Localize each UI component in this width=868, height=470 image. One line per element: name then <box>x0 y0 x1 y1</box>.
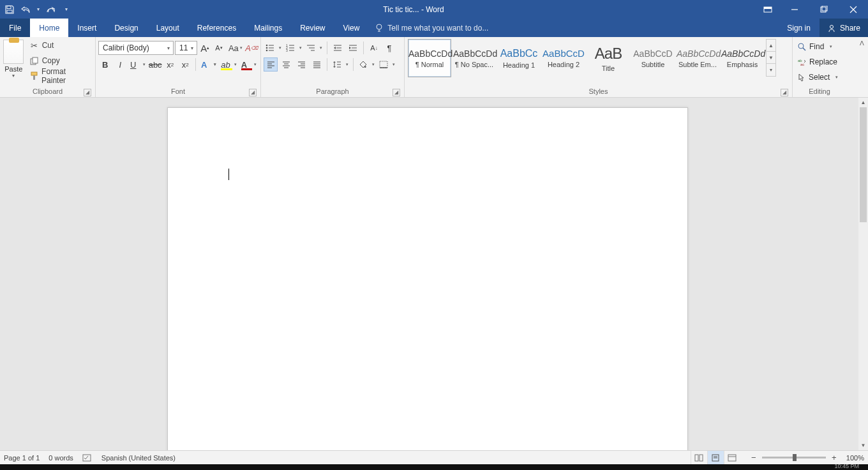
shading-button[interactable] <box>357 57 376 72</box>
align-right-button[interactable] <box>294 57 308 72</box>
language-indicator[interactable]: Spanish (United States) <box>101 454 176 462</box>
tab-view[interactable]: View <box>334 19 369 37</box>
format-painter-button[interactable]: Format Painter <box>27 69 93 83</box>
text-effects-button[interactable]: A <box>199 57 218 72</box>
copy-button[interactable]: Copy <box>27 54 93 68</box>
style-subtitle[interactable]: AaBbCcDSubtitle <box>631 39 675 77</box>
increase-indent-button[interactable] <box>346 41 360 55</box>
ribbon-display-options-button[interactable] <box>756 0 780 19</box>
multilevel-list-button[interactable] <box>304 41 324 55</box>
tab-insert[interactable]: Insert <box>68 19 105 37</box>
change-case-button[interactable]: Aa <box>227 41 244 55</box>
page-indicator[interactable]: Page 1 of 1 <box>4 454 40 462</box>
scroll-up-button[interactable]: ▲ <box>858 98 868 107</box>
superscript-button[interactable]: x2 <box>178 57 192 72</box>
tab-layout[interactable]: Layout <box>147 19 188 37</box>
style--no-spac-[interactable]: AaBbCcDd¶ No Spac... <box>453 39 496 77</box>
select-button[interactable]: Select▾ <box>795 70 841 84</box>
close-button[interactable] <box>839 0 868 19</box>
document-area[interactable] <box>0 98 858 450</box>
tab-review[interactable]: Review <box>291 19 334 37</box>
gallery-up-button[interactable]: ▲ <box>767 40 775 52</box>
styles-dialog-launcher[interactable]: ◢ <box>781 89 788 96</box>
svg-point-58 <box>798 43 804 49</box>
tab-references[interactable]: References <box>188 19 245 37</box>
tell-me-search[interactable]: Tell me what you want to do... <box>368 19 495 37</box>
word-count[interactable]: 0 words <box>49 454 73 462</box>
grow-font-button[interactable]: A▴ <box>198 41 211 55</box>
vertical-scrollbar[interactable]: ▲ ▼ <box>858 98 868 450</box>
tab-mailings[interactable]: Mailings <box>245 19 291 37</box>
justify-button[interactable] <box>310 57 324 72</box>
paste-button[interactable]: Paste ▾ <box>3 38 25 87</box>
document-page[interactable] <box>167 107 688 450</box>
zoom-slider[interactable] <box>762 457 826 459</box>
chevron-down-icon: ▾ <box>830 44 832 49</box>
group-editing: Find▾ abacReplace Select▾ Editing <box>793 37 846 97</box>
font-size-combo[interactable]: 11▾ <box>175 41 197 55</box>
borders-button[interactable] <box>377 57 396 72</box>
highlight-button[interactable]: ab <box>219 57 237 72</box>
clipboard-dialog-launcher[interactable]: ◢ <box>84 89 91 96</box>
show-marks-button[interactable]: ¶ <box>382 41 396 55</box>
zoom-slider-knob[interactable] <box>793 454 797 461</box>
zoom-in-button[interactable]: + <box>830 453 839 462</box>
style-heading-1[interactable]: AaBbCcHeading 1 <box>497 39 541 77</box>
select-label: Select <box>809 73 830 82</box>
tab-file[interactable]: File <box>0 19 30 37</box>
italic-button[interactable]: I <box>114 57 128 72</box>
find-button[interactable]: Find▾ <box>795 40 841 54</box>
cut-button[interactable]: ✂Cut <box>27 38 93 52</box>
collapse-ribbon-button[interactable]: ᐱ <box>857 38 867 48</box>
clear-formatting-button[interactable]: A⌫ <box>245 41 258 55</box>
scroll-thumb[interactable] <box>860 107 867 222</box>
font-dialog-launcher[interactable]: ◢ <box>249 89 257 96</box>
align-center-button[interactable] <box>279 57 293 72</box>
paste-dropdown-icon[interactable]: ▾ <box>3 73 25 79</box>
gallery-more-button[interactable]: ▾ <box>767 64 775 76</box>
web-layout-button[interactable] <box>724 451 740 465</box>
zoom-out-button[interactable]: − <box>749 453 758 462</box>
sort-button[interactable]: A↓ <box>367 41 381 55</box>
zoom-level[interactable]: 100% <box>846 454 864 462</box>
style-label: ¶ Normal <box>408 61 451 68</box>
maximize-button[interactable] <box>809 0 839 19</box>
redo-button[interactable] <box>45 4 56 15</box>
read-mode-button[interactable] <box>691 451 707 465</box>
bold-button[interactable]: B <box>98 57 112 72</box>
minimize-button[interactable] <box>780 0 809 19</box>
share-button[interactable]: Share <box>819 19 868 37</box>
font-name-combo[interactable]: Calibri (Body)▾ <box>98 41 174 55</box>
paragraph-dialog-launcher[interactable]: ◢ <box>393 89 400 96</box>
numbering-button[interactable]: 123 <box>284 41 303 55</box>
qat-customize-icon[interactable]: ▾ <box>65 6 68 12</box>
style-label: Heading 2 <box>542 61 585 68</box>
bullets-button[interactable] <box>264 41 283 55</box>
print-layout-button[interactable] <box>707 451 724 465</box>
replace-button[interactable]: abacReplace <box>795 55 841 69</box>
subscript-button[interactable]: x2 <box>163 57 177 72</box>
style-emphasis[interactable]: AaBbCcDdEmphasis <box>721 39 764 77</box>
scroll-track[interactable] <box>858 107 868 441</box>
undo-button[interactable] <box>20 4 32 15</box>
style-subtle-em-[interactable]: AaBbCcDdSubtle Em... <box>676 39 719 77</box>
align-left-button[interactable] <box>264 57 278 72</box>
style--normal[interactable]: AaBbCcDd¶ Normal <box>408 39 451 77</box>
underline-button[interactable]: U <box>128 57 147 72</box>
shrink-font-button[interactable]: A▾ <box>213 41 225 55</box>
sign-in-link[interactable]: Sign in <box>778 19 819 37</box>
style-label: ¶ No Spac... <box>453 61 495 68</box>
decrease-indent-button[interactable] <box>331 41 345 55</box>
scroll-down-button[interactable]: ▼ <box>858 441 868 450</box>
line-spacing-button[interactable] <box>331 57 350 72</box>
tab-home[interactable]: Home <box>30 19 68 37</box>
style-heading-2[interactable]: AaBbCcDHeading 2 <box>542 39 585 77</box>
strikethrough-button[interactable]: abc <box>148 57 162 72</box>
style-title[interactable]: AaBTitle <box>587 39 630 77</box>
font-color-button[interactable]: A <box>239 57 258 72</box>
tab-design[interactable]: Design <box>105 19 147 37</box>
save-button[interactable] <box>4 4 15 15</box>
spellcheck-icon[interactable] <box>82 453 93 462</box>
gallery-down-button[interactable]: ▼ <box>767 52 775 64</box>
undo-dropdown-icon[interactable]: ▾ <box>37 6 40 12</box>
